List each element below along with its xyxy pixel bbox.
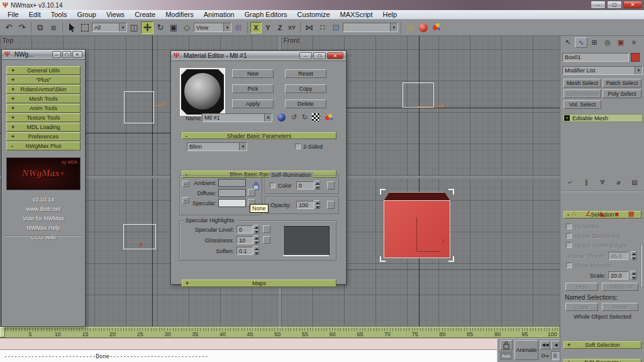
face-mode-icon[interactable]: ◣: [601, 210, 606, 218]
nwg-rollout-button[interactable]: + General Utils: [6, 66, 80, 75]
diffuse-color-swatch[interactable]: [218, 189, 246, 197]
viewport-top-label[interactable]: Top: [3, 37, 14, 44]
abs-offset-toggle[interactable]: Adc: [500, 351, 513, 360]
box-wireframe-front[interactable]: [402, 82, 434, 108]
menu-item[interactable]: MAXScript: [335, 11, 378, 18]
material-name-field[interactable]: Mtl #1 ▾: [202, 113, 272, 122]
key-mode-icon[interactable]: [540, 351, 549, 360]
maps-rollout[interactable]: + Maps: [182, 280, 336, 287]
panel-scrollbar[interactable]: [641, 244, 643, 288]
soft-selection-rollout[interactable]: + Soft Selection: [564, 341, 641, 349]
minimize-button[interactable]: –: [591, 1, 606, 9]
material-preview[interactable]: [180, 68, 225, 116]
restrict-x-button[interactable]: X: [250, 22, 262, 33]
create-tab-icon[interactable]: ↖: [562, 37, 574, 48]
select-by-name-icon[interactable]: ◫: [128, 21, 140, 34]
animate-button[interactable]: Animate: [514, 340, 538, 360]
make-unique-icon[interactable]: ↻: [301, 113, 309, 122]
element-mode-icon[interactable]: ▦: [628, 210, 635, 218]
material-editor-titlebar[interactable]: Ψ Material Editor - Mtl #1 – ▢ ✕: [171, 51, 346, 61]
track-bar[interactable]: [0, 338, 497, 349]
opacity-spinner[interactable]: [314, 200, 320, 209]
show-normals-checkbox[interactable]: [566, 263, 572, 268]
specular-level-spinner[interactable]: [253, 225, 259, 234]
opacity-value-field[interactable]: 100: [296, 201, 314, 209]
restrict-z-button[interactable]: Z: [274, 22, 286, 33]
menu-item[interactable]: Modifiers: [160, 11, 199, 18]
undo-icon[interactable]: ↶: [3, 21, 15, 34]
object-name-field[interactable]: Box01: [562, 53, 629, 62]
get-material-icon[interactable]: [277, 113, 286, 122]
select-move-icon[interactable]: [141, 21, 153, 34]
self-illum-color-checkbox[interactable]: [270, 183, 275, 188]
dropdown-arrow-icon[interactable]: ▾: [635, 67, 642, 74]
selection-filter-dropdown[interactable]: All ▾: [92, 23, 127, 32]
select-object-icon[interactable]: [65, 21, 78, 34]
close-button[interactable]: ✕: [623, 1, 642, 9]
box-wireframe-top[interactable]: [124, 91, 154, 123]
box01-top-face[interactable]: [384, 192, 450, 201]
stack-item-icon[interactable]: +: [564, 115, 570, 121]
close-button[interactable]: ✕: [327, 52, 343, 59]
display-tab-icon[interactable]: ▣: [614, 37, 627, 48]
reference-coordinate-dropdown[interactable]: View ▾: [194, 23, 231, 32]
rectangular-selection-icon[interactable]: [79, 21, 91, 34]
shader-type-dropdown[interactable]: Blinn ▾: [187, 142, 247, 151]
ambient-diffuse-lock-button[interactable]: ⌐: [182, 181, 189, 187]
nwg-link[interactable]: NWMax Help: [2, 225, 85, 231]
object-color-swatch[interactable]: [631, 53, 640, 62]
scale-spinner[interactable]: [631, 271, 636, 280]
soften-field[interactable]: 0.1: [236, 247, 253, 255]
self-illum-map-button[interactable]: [327, 181, 335, 189]
ambient-color-swatch[interactable]: [218, 179, 246, 187]
menu-item[interactable]: Create: [130, 11, 160, 18]
material-editor-button[interactable]: New: [232, 69, 274, 78]
redo-icon[interactable]: ↷: [16, 21, 28, 34]
dropdown-arrow-icon[interactable]: ▾: [239, 143, 247, 150]
scale-field[interactable]: 20.0: [608, 271, 628, 280]
material-editor-button[interactable]: Copy: [285, 84, 326, 93]
restrict-xy-button[interactable]: XY: [286, 22, 297, 33]
nwg-rollout-button[interactable]: + Texture Tools: [6, 113, 80, 122]
nwg-rollout-button[interactable]: + "Plus": [6, 76, 80, 84]
two-sided-checkbox[interactable]: [295, 144, 301, 149]
edge-mode-icon[interactable]: ∠: [585, 210, 591, 218]
menu-item[interactable]: Views: [101, 11, 130, 18]
maximize-button[interactable]: ▢: [607, 1, 622, 9]
shader-params-rollout[interactable]: - Shader Basic Parameters: [182, 132, 336, 139]
self-illum-value-field[interactable]: 0: [296, 181, 314, 189]
configure-modifier-sets-icon[interactable]: ▤: [629, 178, 640, 187]
material-editor-button[interactable]: Pick: [232, 84, 274, 93]
patch-select-button[interactable]: Patch Select: [602, 79, 641, 88]
opacity-map-button[interactable]: [327, 201, 335, 209]
poly-select-button[interactable]: Poly Select: [602, 89, 641, 98]
maximize-button[interactable]: ▢: [62, 51, 71, 58]
specular-level-field[interactable]: 0: [236, 225, 253, 234]
diffuse-specular-lock-button[interactable]: ⌐: [182, 197, 189, 203]
nwg-rollout-button[interactable]: + MDL Loading: [6, 123, 80, 132]
name-dropdown-arrow[interactable]: ▾: [264, 114, 272, 122]
nwgmax-titlebar[interactable]: Ψ NWg... – ▢ ✕: [2, 50, 85, 60]
timeline[interactable]: 5101520253035404550556065707580859095100: [0, 327, 559, 338]
time-slider[interactable]: [0, 327, 5, 337]
menu-item[interactable]: Edit: [24, 11, 46, 18]
glossiness-map-button[interactable]: [263, 236, 270, 244]
dropdown-arrow-icon[interactable]: ▾: [390, 23, 397, 31]
mesh-select-button[interactable]: Mesh Select: [564, 79, 601, 88]
diffuse-map-button[interactable]: [248, 189, 255, 196]
menu-item[interactable]: Graph Editors: [240, 11, 292, 18]
nwg-rollout-button[interactable]: - NWgMax Plus: [6, 142, 80, 150]
box01-front-face[interactable]: [384, 200, 450, 258]
self-illum-spinner[interactable]: [314, 181, 320, 189]
vol-select-button[interactable]: Vol. Select: [564, 100, 601, 109]
soften-spinner[interactable]: [253, 246, 259, 255]
motion-tab-icon[interactable]: ◎: [601, 37, 614, 48]
material-editor-button[interactable]: Delete: [285, 99, 326, 108]
polygon-mode-icon[interactable]: ■: [615, 210, 619, 218]
selection-lock-button[interactable]: [500, 340, 513, 350]
material-editor-button[interactable]: Reset: [285, 69, 326, 78]
make-unique-icon[interactable]: ∀: [597, 178, 608, 187]
menu-item[interactable]: Tools: [46, 11, 72, 18]
modify-tab-icon[interactable]: ∿: [575, 37, 587, 48]
named-selection-dropdown[interactable]: ▾: [343, 23, 398, 32]
